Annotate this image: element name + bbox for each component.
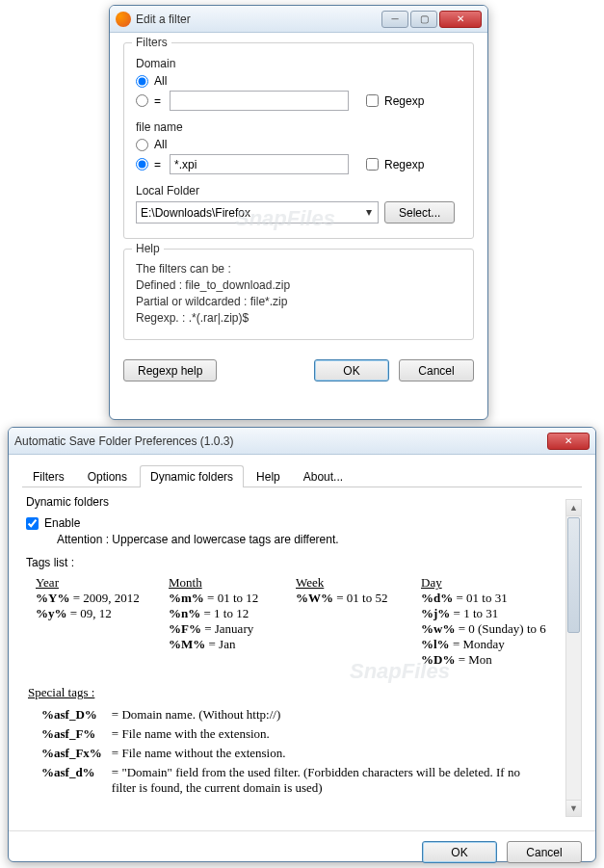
special-tag-row: %asf_F%= File name with the extension. xyxy=(38,725,532,743)
tag-entry: %y% = 09, 12 xyxy=(36,606,147,621)
special-tag-row: %asf_d%= "Domain" field from the used fi… xyxy=(38,764,532,797)
filename-all-label: All xyxy=(154,138,167,151)
equals-sign: = xyxy=(154,158,164,171)
week-header: Week xyxy=(296,575,400,591)
tag-entry: %m% = 01 to 12 xyxy=(169,591,275,606)
regexp-help-button[interactable]: Regexp help xyxy=(123,359,217,381)
help-text: Regexp. : .*(.rar|.zip)$ xyxy=(136,311,461,325)
tab-content: Dynamic folders Enable Attention : Upper… xyxy=(22,495,582,821)
filename-label: file name xyxy=(136,120,461,134)
tab-help[interactable]: Help xyxy=(246,465,291,487)
tag-entry: %W% = 01 to 52 xyxy=(296,591,400,606)
local-folder-label: Local Folder xyxy=(136,184,461,197)
help-text: Partial or wildcarded : file*.zip xyxy=(136,295,461,308)
tag-entry: %Y% = 2009, 2012 xyxy=(36,591,147,606)
special-desc: = "Domain" field from the used filter. (… xyxy=(108,764,532,797)
filters-legend: Filters xyxy=(132,36,171,49)
titlebar[interactable]: Edit a filter ─ ▢ ✕ xyxy=(110,6,487,33)
tags-list-label: Tags list : xyxy=(26,556,578,569)
domain-equals-radio[interactable] xyxy=(136,94,148,107)
window-title: Edit a filter xyxy=(136,13,381,26)
select-button[interactable]: Select... xyxy=(384,201,455,224)
enable-checkbox[interactable] xyxy=(26,517,39,530)
special-desc: = File name with the extension. xyxy=(108,725,532,743)
tab-filters[interactable]: Filters xyxy=(22,465,75,487)
preferences-window: Automatic Save Folder Preferences (1.0.3… xyxy=(8,427,596,862)
tag-entry: %M% = Jan xyxy=(169,637,275,652)
content-title: Dynamic folders xyxy=(26,495,578,509)
ok-button[interactable]: OK xyxy=(422,841,497,863)
attention-text: Attention : Uppercase and lowercase tags… xyxy=(57,533,578,546)
special-tag-row: %asf_Fx%= File name without the extensio… xyxy=(38,745,532,762)
titlebar[interactable]: Automatic Save Folder Preferences (1.0.3… xyxy=(9,428,595,455)
special-tag: %asf_Fx% xyxy=(38,745,106,762)
equals-sign: = xyxy=(154,94,164,108)
scroll-up-arrow[interactable]: ▲ xyxy=(566,500,581,516)
scrollbar[interactable]: ▲ ▼ xyxy=(565,499,582,817)
firefox-icon xyxy=(116,12,131,27)
window-title: Automatic Save Folder Preferences (1.0.3… xyxy=(14,434,547,448)
tab-dynamic-folders[interactable]: Dynamic folders xyxy=(140,465,244,487)
enable-label: Enable xyxy=(44,516,80,530)
special-desc: = Domain name. (Without http://) xyxy=(108,706,532,723)
scroll-thumb[interactable] xyxy=(567,517,580,633)
help-text: The filters can be : xyxy=(136,262,461,276)
filename-all-radio[interactable] xyxy=(136,139,148,151)
scroll-down-arrow[interactable]: ▼ xyxy=(566,800,581,816)
special-desc: = File name without the extension. xyxy=(108,745,532,762)
special-tag-row: %asf_D%= Domain name. (Without http://) xyxy=(38,706,532,723)
special-tag: %asf_D% xyxy=(38,706,106,723)
tag-entry: %j% = 1 to 31 xyxy=(421,606,546,621)
tag-entry: %D% = Mon xyxy=(421,652,546,668)
ok-button[interactable]: OK xyxy=(314,359,389,381)
tab-options[interactable]: Options xyxy=(77,465,138,487)
filters-fieldset: Filters Domain All = Regexp file name Al… xyxy=(123,42,474,239)
domain-label: Domain xyxy=(136,57,461,70)
tag-entry: %d% = 01 to 31 xyxy=(421,591,546,606)
month-header: Month xyxy=(169,575,275,591)
tag-entry: %F% = January xyxy=(169,621,275,637)
close-button[interactable]: ✕ xyxy=(547,433,590,450)
filename-input[interactable] xyxy=(170,154,349,174)
edit-filter-window: Edit a filter ─ ▢ ✕ Filters Domain All =… xyxy=(109,5,488,420)
filename-regexp-label: Regexp xyxy=(384,158,424,171)
cancel-button[interactable]: Cancel xyxy=(399,359,474,381)
minimize-button[interactable]: ─ xyxy=(381,11,408,28)
domain-all-radio[interactable] xyxy=(136,75,148,88)
tag-entry: %n% = 1 to 12 xyxy=(169,606,275,621)
maximize-button[interactable]: ▢ xyxy=(410,11,437,28)
help-legend: Help xyxy=(132,242,164,255)
year-header: Year xyxy=(36,575,147,591)
tab-about[interactable]: About... xyxy=(293,465,354,487)
filename-regexp-checkbox[interactable] xyxy=(366,158,379,171)
tag-entry: %w% = 0 (Sunday) to 6 xyxy=(421,621,546,637)
close-button[interactable]: ✕ xyxy=(439,11,482,28)
domain-all-label: All xyxy=(154,74,167,88)
tag-entry: %l% = Monday xyxy=(421,637,546,652)
domain-regexp-checkbox[interactable] xyxy=(366,94,379,107)
tab-bar: Filters Options Dynamic folders Help Abo… xyxy=(22,464,582,487)
help-fieldset: Help The filters can be : Defined : file… xyxy=(123,249,474,340)
domain-input[interactable] xyxy=(170,91,349,111)
special-tag: %asf_F% xyxy=(38,725,106,743)
special-tag: %asf_d% xyxy=(38,764,106,797)
help-text: Defined : file_to_download.zip xyxy=(136,278,461,292)
local-folder-dropdown[interactable]: E:\Downloads\Firefox xyxy=(136,201,379,224)
filename-equals-radio[interactable] xyxy=(136,158,148,171)
local-folder-value: E:\Downloads\Firefox xyxy=(141,206,250,220)
day-header: Day xyxy=(421,575,546,591)
special-tags-header: Special tags : xyxy=(28,685,578,700)
cancel-button[interactable]: Cancel xyxy=(507,841,582,863)
domain-regexp-label: Regexp xyxy=(384,94,424,108)
